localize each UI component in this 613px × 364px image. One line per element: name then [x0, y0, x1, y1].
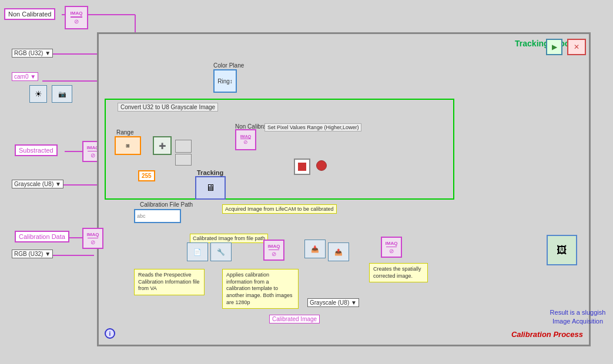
grayscale-u8-dropdown-bottom[interactable]: Grayscale (U8) ▼: [307, 298, 359, 307]
annotation-reads-prespective: Reads the Prespective Calibration Inform…: [134, 269, 205, 295]
tracking-inner-box: Convert U32 to U8 Grayscale Image Non Ca…: [105, 99, 454, 200]
set-pixel-label: Set Pixel Values Range (Higher,Lower): [264, 123, 361, 132]
tracking-block: 🖥: [195, 176, 226, 200]
range-label: Range: [116, 129, 133, 136]
result-sluggish-text: Result is a sluggishImage Acquisition: [545, 308, 610, 326]
calibrated-imaq-right: 🖼: [547, 235, 577, 265]
imaq-node-calibration: IMAQ ⊘: [82, 228, 103, 249]
imaq-node-top: IMAQ ⊘: [65, 6, 88, 29]
color-plane-block: Ring↕: [213, 69, 237, 93]
color-plane-label: Color Plane: [213, 62, 244, 69]
rgb-u32-dropdown-bottom[interactable]: RGB (U32) ▼: [12, 250, 53, 258]
cam0-label: cam0 ▼: [12, 72, 38, 81]
acquired-image-label: Acquired Image from LifeCAM to be calibr…: [222, 204, 337, 214]
stop-close-block[interactable]: ✕: [567, 39, 586, 55]
value-255: 255: [138, 170, 155, 181]
substracted-label: Substracted: [15, 144, 58, 156]
imaq-corrected-node: IMAQ ⊘: [381, 237, 402, 258]
annotation-creates-spatially: Creates the spatially corrected image.: [369, 263, 428, 282]
small-block-1: [175, 140, 192, 153]
calibrated-image-file-label: Calibrated Image from file path: [190, 234, 268, 243]
read-calibration-block: 📄: [187, 242, 208, 261]
tracking-label: Tracking: [197, 169, 223, 176]
labview-canvas: { "title": "LabVIEW Block Diagram", "lab…: [0, 0, 613, 364]
red-indicator: [316, 160, 327, 171]
info-button[interactable]: i: [105, 328, 115, 339]
calibration-file-path-label: Calibration File Path: [140, 201, 193, 208]
calibration-process-label: Calibration Process: [511, 330, 583, 339]
main-frame: Tracking Process Color Plane Ring↕ Conve…: [97, 32, 591, 346]
grayscale-u8-dropdown-top[interactable]: Grayscale (U8) ▼: [12, 180, 63, 188]
imaq-calibration-node: IMAQ ⊘: [263, 240, 284, 261]
read-calibration-block2: 🔧: [210, 242, 232, 261]
play-block-inner[interactable]: ▶: [546, 39, 562, 55]
apply-calib-block2: 📤: [328, 242, 349, 261]
camera-block-2: 📷: [52, 85, 72, 103]
file-path-input[interactable]: abc: [134, 209, 181, 223]
camera-block-1: ☀: [29, 85, 47, 103]
arithmetic-block: ➕: [153, 136, 172, 155]
stop-button[interactable]: [294, 159, 310, 175]
calibration-data-label: Calibration Data: [15, 231, 69, 242]
rgb-u32-dropdown-top[interactable]: RGB (U32) ▼: [12, 49, 53, 58]
non-calibrated-top-label: Non Calibrated: [4, 8, 55, 20]
calibrated-image-bottom-label: Calibrated Image: [269, 315, 320, 323]
apply-calib-block1: 📥: [304, 240, 326, 258]
range-block: ⊞: [115, 136, 141, 155]
imaq-inner-block: IMAQ ⊘: [235, 129, 256, 150]
convert-u32-label: Convert U32 to U8 Grayscale Image: [118, 103, 218, 112]
annotation-applies-calibration: Applies calibration information from a c…: [222, 269, 299, 309]
small-block-2: [175, 154, 192, 166]
